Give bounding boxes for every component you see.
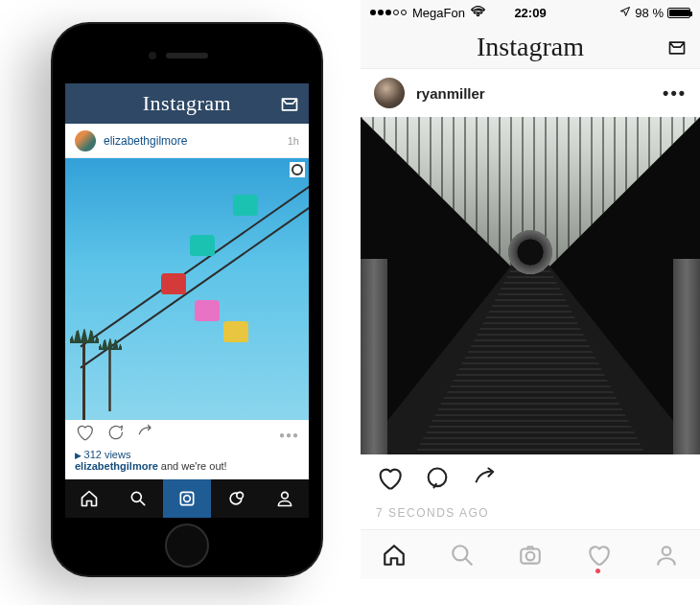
author-username[interactable]: ryanmiller: [416, 85, 485, 102]
more-options-icon[interactable]: •••: [663, 83, 687, 104]
comment-icon[interactable]: [424, 465, 451, 496]
new-app-header: Instagram: [361, 25, 700, 69]
old-app-header: Instagram: [65, 83, 309, 124]
inbox-icon[interactable]: [280, 95, 299, 118]
post-timestamp: 7 SECONDS AGO: [361, 506, 700, 527]
svg-point-10: [662, 547, 670, 555]
post-photo[interactable]: [361, 117, 700, 454]
battery-icon: [667, 8, 690, 18]
old-ui-screen: Instagram elizabethgilmore 1h ●●● 312 vi…: [65, 83, 309, 518]
svg-point-6: [429, 469, 447, 487]
caption-username[interactable]: elizabethgilmore: [75, 460, 158, 472]
tab-activity[interactable]: [564, 530, 632, 579]
post-photo[interactable]: [65, 158, 309, 420]
wifi-icon: [471, 4, 485, 21]
share-icon[interactable]: [472, 465, 499, 496]
avatar[interactable]: [374, 78, 405, 108]
svg-point-5: [281, 492, 288, 499]
new-tabbar: [361, 529, 700, 579]
tab-profile[interactable]: [260, 479, 309, 518]
status-time: 22:09: [514, 6, 546, 20]
notification-dot-icon: [595, 569, 600, 573]
caption-text: and we're out!: [158, 460, 227, 472]
new-ui-screen: MegaFon 22:09 98 % Instagram ryanmiller …: [361, 0, 700, 605]
tab-home[interactable]: [65, 479, 114, 518]
old-tabbar: [65, 479, 309, 518]
avatar[interactable]: [75, 130, 96, 151]
battery-pct: 98 %: [635, 6, 664, 20]
post-actions: [361, 454, 700, 506]
post-actions: ●●●: [65, 420, 309, 449]
like-icon[interactable]: [376, 465, 403, 496]
signal-icon: [370, 10, 407, 15]
svg-point-0: [132, 492, 142, 501]
views-count[interactable]: 312 views: [75, 449, 299, 460]
phone-home-button: [165, 524, 209, 568]
tab-camera[interactable]: [497, 530, 565, 579]
tagged-people-icon[interactable]: [290, 162, 305, 177]
location-icon: [619, 6, 631, 20]
instagram-logo: Instagram: [143, 91, 231, 116]
tab-activity[interactable]: [211, 479, 260, 518]
phone-speaker: [166, 53, 208, 58]
post-author-row[interactable]: ryanmiller •••: [361, 69, 700, 117]
comment-icon[interactable]: [105, 423, 125, 446]
author-username[interactable]: elizabethgilmore: [104, 134, 187, 148]
tab-search[interactable]: [114, 479, 163, 518]
tab-camera[interactable]: [163, 479, 212, 518]
phone-camera: [149, 52, 156, 59]
svg-point-2: [184, 496, 191, 502]
svg-point-4: [237, 492, 244, 499]
status-bar: MegaFon 22:09 98 %: [361, 0, 700, 25]
instagram-logo: Instagram: [477, 32, 584, 62]
tab-search[interactable]: [429, 530, 497, 579]
tab-home[interactable]: [361, 530, 429, 579]
inbox-icon[interactable]: [667, 38, 687, 61]
post-author-row[interactable]: elizabethgilmore 1h: [65, 124, 309, 158]
carrier-name: MegaFon: [412, 6, 465, 20]
more-options-icon[interactable]: ●●●: [279, 430, 299, 440]
svg-point-9: [526, 551, 535, 560]
post-caption: 312 views elizabethgilmore and we're out…: [65, 449, 309, 479]
svg-rect-1: [180, 492, 193, 504]
phone-mock-old: Instagram elizabethgilmore 1h ●●● 312 vi…: [53, 24, 321, 575]
like-icon[interactable]: [75, 423, 94, 446]
share-icon[interactable]: [136, 423, 155, 446]
tab-profile[interactable]: [632, 530, 700, 579]
post-timestamp: 1h: [288, 135, 299, 147]
